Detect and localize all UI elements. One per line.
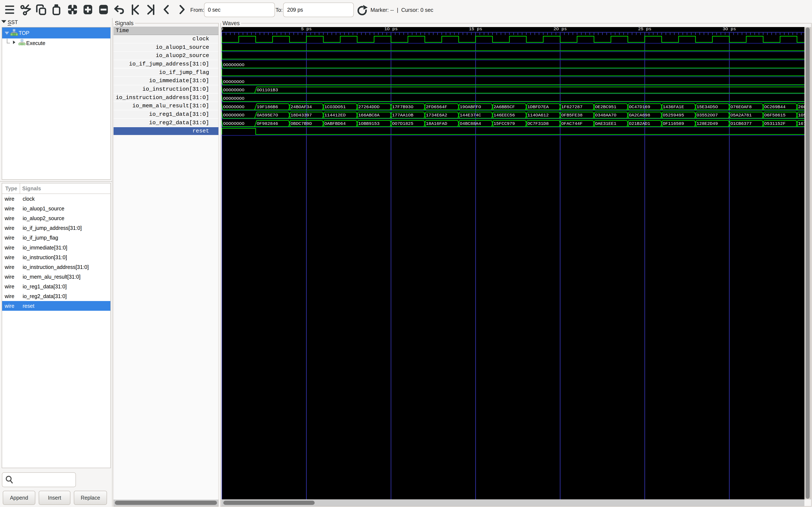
svg-text:OC269B44: OC269B44: [764, 105, 785, 109]
svg-text:128E2D49: 128E2D49: [697, 121, 718, 126]
svg-text:2A6BB5CF: 2A6BB5CF: [494, 105, 515, 109]
svg-text:O3552OO7: O3552OO7: [697, 113, 718, 118]
svg-text:15FCC979: 15FCC979: [494, 121, 515, 126]
svg-text:O1CB6377: O1CB6377: [730, 121, 752, 126]
svg-text:24BOAF34: 24BOAF34: [291, 105, 312, 109]
svg-text:OFB5FE38: OFB5FE38: [561, 113, 582, 118]
svg-text:177AA1OB: 177AA1OB: [392, 113, 413, 118]
svg-text:15E34D5O: 15E34D5O: [697, 105, 718, 109]
svg-text:O: O: [221, 27, 223, 32]
svg-text:1734E6A2: 1734E6A2: [426, 113, 447, 118]
svg-text:OBDC7B9D: OBDC7B9D: [291, 121, 312, 126]
svg-text:O531152F: O531152F: [764, 121, 785, 126]
svg-text:OOOOOOOO: OOOOOOOO: [223, 121, 245, 126]
svg-text:144E374C: 144E374C: [460, 113, 481, 118]
svg-text:1F627287: 1F627287: [561, 105, 582, 109]
svg-text:1CO3DO51: 1CO3DO51: [324, 105, 346, 109]
svg-text:O5A2A781: O5A2A781: [730, 113, 752, 118]
svg-text:OOOOOOOO: OOOOOOOO: [223, 79, 245, 84]
svg-text:OE2BC951: OE2BC951: [595, 105, 616, 109]
svg-text:OF116589: OF116589: [663, 121, 684, 126]
svg-text:5 ps: 5 ps: [301, 27, 312, 32]
svg-text:114412ED: 114412ED: [324, 113, 346, 118]
svg-text:1O5O: 1O5O: [798, 113, 804, 118]
svg-text:OO7D1825: OO7D1825: [392, 121, 413, 126]
svg-text:O76EOAF8: O76EOAF8: [730, 105, 752, 109]
svg-text:3O ps: 3O ps: [722, 27, 736, 32]
svg-text:114OA612: 114OA612: [527, 113, 549, 118]
svg-text:2O ps: 2O ps: [553, 27, 567, 32]
svg-text:OF982846: OF982846: [257, 121, 278, 126]
svg-text:166ABC8A: 166ABC8A: [358, 113, 379, 118]
svg-text:OA2CA698: OA2CA698: [629, 113, 650, 118]
svg-text:OC7F31D8: OC7F31D8: [527, 121, 549, 126]
svg-text:OOOOOOOO: OOOOOOOO: [223, 62, 245, 67]
svg-text:1436FA1E: 1436FA1E: [663, 105, 684, 109]
svg-text:146EEC56: 146EEC56: [494, 113, 515, 118]
svg-text:OOOOOOOO: OOOOOOOO: [223, 96, 245, 101]
svg-text:O5259495: O5259495: [663, 113, 684, 118]
svg-text:OOOOOOOO: OOOOOOOO: [223, 88, 245, 93]
svg-text:OA595E7O: OA595E7O: [257, 113, 278, 118]
svg-text:19OABFFO: 19OABFFO: [460, 105, 481, 109]
svg-text:1DBFD7EA: 1DBFD7EA: [527, 105, 549, 109]
svg-text:1O ps: 1O ps: [384, 27, 398, 32]
svg-text:25 ps: 25 ps: [638, 27, 651, 32]
svg-text:O348AA7O: O348AA7O: [595, 113, 616, 118]
svg-text:O4BC88A4: O4BC88A4: [460, 121, 481, 126]
svg-text:OFAC744F: OFAC744F: [561, 121, 582, 126]
svg-text:27264DDD: 27264DDD: [358, 105, 379, 109]
svg-text:26C6: 26C6: [798, 105, 804, 109]
svg-text:18A16FAD: 18A16FAD: [426, 121, 447, 126]
svg-text:OO11O1B3: OO11O1B3: [257, 88, 278, 93]
svg-text:19F186B6: 19F186B6: [257, 105, 278, 109]
svg-text:OC47D169: OC47D169: [629, 105, 650, 109]
svg-text:17F7B93O: 17F7B93O: [392, 105, 413, 109]
svg-text:O6F58615: O6F58615: [764, 113, 785, 118]
svg-text:2FD6564F: 2FD6564F: [426, 105, 447, 109]
svg-text:1678: 1678: [798, 121, 804, 126]
svg-text:OOOOOOOO: OOOOOOOO: [223, 105, 245, 109]
svg-text:15 ps: 15 ps: [469, 27, 482, 32]
svg-text:18D43397: 18D43397: [291, 113, 312, 118]
svg-text:OABFBD64: OABFBD64: [324, 121, 346, 126]
svg-text:O21B2AD1: O21B2AD1: [629, 121, 650, 126]
svg-text:OOOOOOOO: OOOOOOOO: [223, 113, 245, 118]
svg-text:1OBB9153: 1OBB9153: [358, 121, 379, 126]
svg-text:OAE31EE1: OAE31EE1: [595, 121, 616, 126]
